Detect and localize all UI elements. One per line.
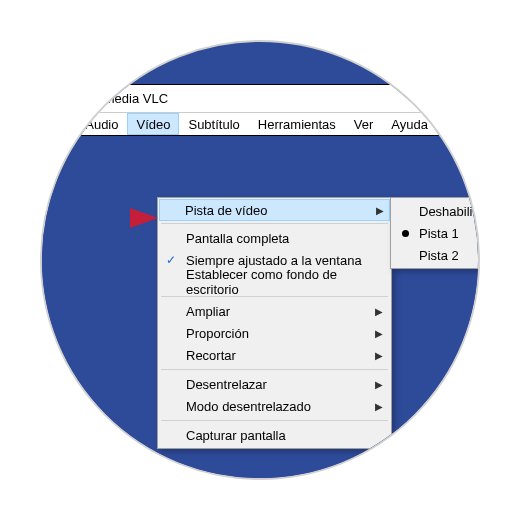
menu-label: Recortar [186, 348, 236, 363]
menu-item-ver[interactable]: Ver [345, 113, 383, 135]
circular-crop: ctor multimedia VLC n Audio Vídeo Subtít… [40, 40, 480, 480]
video-dropdown-menu: Pista de vídeo ▶ Pantalla completa ✓ Sie… [157, 197, 392, 449]
window-title: ctor multimedia VLC [51, 91, 168, 106]
check-icon: ✓ [166, 253, 176, 267]
chevron-right-icon: ▶ [375, 350, 383, 361]
chevron-right-icon: ▶ [375, 328, 383, 339]
menu-modo-desentrelazado[interactable]: Modo desentrelazado ▶ [160, 395, 389, 417]
menu-capturar-pantalla[interactable]: Capturar pantalla [160, 424, 389, 446]
submenu-pista-1[interactable]: Pista 1 [393, 222, 480, 244]
menu-item-video[interactable]: Vídeo [127, 113, 179, 135]
radio-selected-icon [402, 230, 409, 237]
menu-label: Pantalla completa [186, 231, 289, 246]
menu-ampliar[interactable]: Ampliar ▶ [160, 300, 389, 322]
submenu-deshabilitar[interactable]: Deshabilitar [393, 200, 480, 222]
menu-item-subtitulo[interactable]: Subtítulo [179, 113, 248, 135]
menu-recortar[interactable]: Recortar ▶ [160, 344, 389, 366]
menu-item-ayuda[interactable]: Ayuda [382, 113, 437, 135]
menu-fondo-escritorio[interactable]: Establecer como fondo de escritorio [160, 271, 389, 293]
menu-label: Capturar pantalla [186, 428, 286, 443]
pista-de-video-submenu: Deshabilitar Pista 1 Pista 2 [390, 197, 480, 269]
window-titlebar: ctor multimedia VLC [40, 85, 480, 113]
submenu-pista-2[interactable]: Pista 2 [393, 244, 480, 266]
menu-label: Pista 2 [419, 248, 459, 263]
menubar: n Audio Vídeo Subtítulo Herramientas Ver… [40, 113, 480, 135]
menu-label: Siempre ajustado a la ventana [186, 253, 362, 268]
menu-separator [161, 420, 388, 421]
chevron-right-icon: ▶ [375, 306, 383, 317]
chevron-right-icon: ▶ [376, 205, 384, 216]
menu-pista-de-video[interactable]: Pista de vídeo ▶ [159, 199, 390, 221]
menu-label: Modo desentrelazado [186, 399, 311, 414]
vlc-window: ctor multimedia VLC n Audio Vídeo Subtít… [40, 84, 480, 136]
menu-item-truncated[interactable]: n [51, 113, 76, 135]
chevron-right-icon: ▶ [375, 401, 383, 412]
menu-item-herramientas[interactable]: Herramientas [249, 113, 345, 135]
menu-label: Pista de vídeo [185, 203, 267, 218]
menu-separator [161, 369, 388, 370]
menu-label: Proporción [186, 326, 249, 341]
menu-item-audio[interactable]: Audio [76, 113, 127, 135]
menu-label: Establecer como fondo de escritorio [186, 267, 383, 297]
menu-label: Deshabilitar [419, 204, 480, 219]
menu-label: Ampliar [186, 304, 230, 319]
menu-label: Desentrelazar [186, 377, 267, 392]
tutorial-arrow-icon [130, 208, 158, 228]
menu-proporcion[interactable]: Proporción ▶ [160, 322, 389, 344]
menu-pantalla-completa[interactable]: Pantalla completa [160, 227, 389, 249]
menu-separator [161, 223, 388, 224]
menu-desentrelazar[interactable]: Desentrelazar ▶ [160, 373, 389, 395]
menu-label: Pista 1 [419, 226, 459, 241]
chevron-right-icon: ▶ [375, 379, 383, 390]
